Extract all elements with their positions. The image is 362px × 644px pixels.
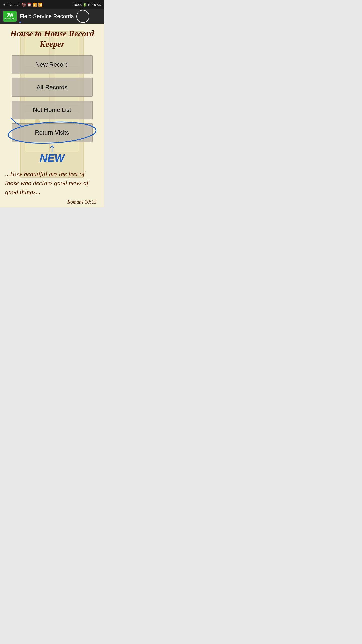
status-bar: ＋ f ⊙ ⌁ ⚠ 🔇 ⏰ 📶 📶 100% 🔋 10:09 AM bbox=[0, 0, 104, 9]
signal-icon: 📶 bbox=[38, 3, 42, 7]
return-visits-button[interactable]: Return Visits bbox=[12, 123, 93, 142]
facebook-icon: f bbox=[7, 3, 8, 7]
battery-icon: 🔋 bbox=[83, 3, 87, 7]
status-info-right: 100% 🔋 10:09 AM bbox=[73, 3, 102, 7]
new-label: NEW bbox=[40, 152, 64, 164]
new-record-button[interactable]: New Record bbox=[12, 55, 93, 74]
clock: 10:09 AM bbox=[88, 3, 102, 7]
quote-text: ...How beautiful are the feet of those w… bbox=[5, 170, 99, 197]
status-icons-left: ＋ f ⊙ ⌁ ⚠ 🔇 ⏰ 📶 📶 bbox=[3, 2, 42, 7]
alarm-icon: ⏰ bbox=[27, 3, 31, 7]
mute-icon: 🔇 bbox=[22, 3, 26, 7]
all-records-button[interactable]: All Records bbox=[12, 78, 93, 97]
shield-icon: ⊙ bbox=[10, 3, 13, 7]
version-circle bbox=[76, 10, 89, 23]
app-bar: JW RECORDS Field Service Records bbox=[0, 9, 104, 24]
logo-jw: JW bbox=[7, 13, 13, 18]
menu-buttons: New Record All Records Not Home List Ret… bbox=[0, 53, 104, 164]
new-annotation: NEW bbox=[12, 145, 93, 164]
not-home-list-button[interactable]: Not Home List bbox=[12, 101, 93, 119]
app-logo: JW RECORDS bbox=[3, 11, 17, 22]
scripture-section: ...How beautiful are the feet of those w… bbox=[0, 164, 104, 207]
app-bar-underline bbox=[19, 22, 21, 23]
page-title: House to House Record Keeper bbox=[0, 24, 104, 53]
return-visits-wrapper: Return Visits bbox=[12, 123, 93, 142]
quote-reference: Romans 10:15 bbox=[5, 199, 99, 205]
add-icon: ＋ bbox=[3, 2, 6, 7]
alert-icon: ⚠ bbox=[17, 3, 20, 7]
wifi-icon: 📶 bbox=[33, 3, 37, 7]
arrow-up-icon bbox=[48, 145, 56, 152]
main-content: House to House Record Keeper New Record … bbox=[0, 24, 104, 207]
battery-percent: 100% bbox=[73, 3, 82, 7]
usb-icon: ⌁ bbox=[14, 3, 16, 7]
logo-records: RECORDS bbox=[4, 18, 15, 20]
